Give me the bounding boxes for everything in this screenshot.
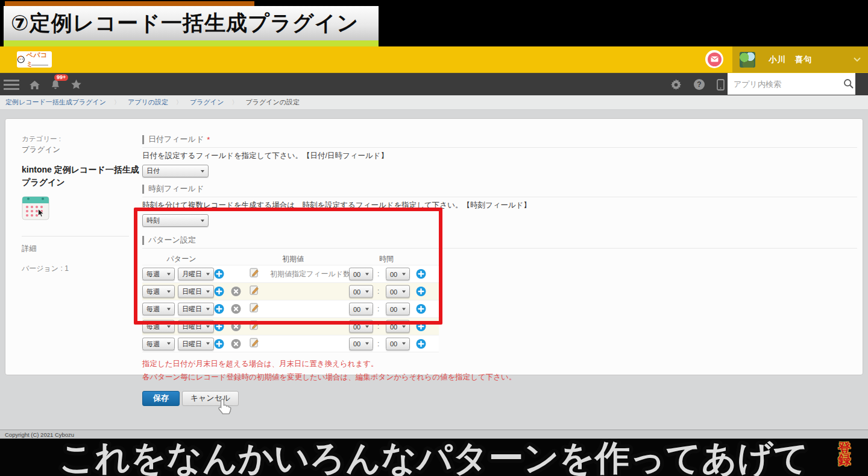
- add-time-button[interactable]: [416, 338, 426, 349]
- section-bar: [142, 185, 144, 194]
- hour-select[interactable]: 00: [349, 303, 373, 316]
- edit-initial-values-button[interactable]: [249, 302, 260, 316]
- breadcrumb-app[interactable]: 定例レコード一括生成プラグイン: [5, 98, 106, 107]
- hour-select[interactable]: 00: [349, 285, 373, 298]
- caret-down-icon: [201, 170, 204, 173]
- plugin-version: バージョン : 1: [22, 264, 140, 274]
- help-icon[interactable]: ?: [694, 79, 705, 90]
- day-select[interactable]: 日曜日: [178, 285, 214, 298]
- frequency-select[interactable]: 毎週: [142, 337, 175, 350]
- column-time: 時間: [350, 254, 423, 264]
- copyright-text: Copyright (C) 2021 Cybozu: [5, 431, 74, 438]
- notifications-bell-icon[interactable]: 99+: [50, 80, 61, 90]
- add-time-button[interactable]: [416, 322, 426, 332]
- minute-select[interactable]: 00: [386, 303, 410, 316]
- caret-down-icon: [206, 308, 210, 310]
- edit-initial-values-button[interactable]: [249, 285, 260, 298]
- frequency-value: 毎週: [146, 287, 160, 296]
- remove-pattern-button[interactable]: [231, 304, 241, 314]
- caret-down-icon: [402, 273, 406, 275]
- minute-select[interactable]: 00: [386, 268, 410, 281]
- date-field-select[interactable]: 日付: [142, 165, 209, 177]
- divider: [142, 197, 857, 197]
- caption-band: これをなんかいろんなパターンを作ってあげて: [0, 439, 868, 476]
- add-time-button[interactable]: [416, 269, 426, 279]
- minute-select[interactable]: 00: [386, 337, 410, 350]
- remove-pattern-button[interactable]: [231, 322, 241, 332]
- cursor-arrow-icon: [38, 209, 44, 217]
- hand-cursor-icon: [217, 398, 231, 417]
- time-field-select[interactable]: 時刻: [142, 214, 209, 227]
- day-select[interactable]: 月曜日: [178, 268, 214, 281]
- day-value: 日曜日: [182, 287, 202, 296]
- add-pattern-button[interactable]: [214, 287, 224, 297]
- search-icon[interactable]: [842, 73, 855, 95]
- minute-select[interactable]: 00: [386, 285, 410, 298]
- pattern-row: 毎週 日曜日 00 : 00: [142, 300, 439, 317]
- minute-value: 00: [390, 323, 397, 330]
- add-pattern-button[interactable]: [214, 322, 224, 332]
- day-select[interactable]: 日曜日: [178, 337, 214, 350]
- time-colon: :: [377, 322, 379, 331]
- breadcrumb-app-settings[interactable]: アプリの設定: [128, 98, 168, 107]
- frequency-select[interactable]: 毎週: [142, 320, 175, 333]
- caret-down-icon: [206, 343, 210, 345]
- edit-initial-values-button[interactable]: [249, 267, 260, 281]
- caret-down-icon: [402, 325, 406, 328]
- title-underline-bar: [4, 40, 379, 46]
- detail-link[interactable]: 詳細: [22, 244, 140, 254]
- remove-pattern-button[interactable]: [231, 338, 241, 349]
- caret-down-icon: [206, 290, 210, 293]
- date-field-description: 日付を設定するフィールドを指定して下さい。【日付/日時フィールド】: [142, 151, 857, 161]
- caret-down-icon: [206, 325, 210, 328]
- chevron-down-icon: [854, 57, 861, 62]
- gear-icon[interactable]: [670, 79, 682, 90]
- breadcrumb-plugin[interactable]: プラグイン: [190, 98, 224, 107]
- video-caption: これをなんかいろんなパターンを作ってあげて: [0, 439, 868, 476]
- add-time-button[interactable]: [416, 287, 426, 297]
- category-label: カテゴリー :: [22, 135, 140, 144]
- caret-down-icon: [167, 308, 171, 310]
- subscribe-stamp: 登 録: [831, 442, 858, 466]
- add-time-button[interactable]: [416, 304, 426, 314]
- hour-select[interactable]: 00: [349, 268, 373, 281]
- mail-icon: [708, 52, 722, 66]
- pattern-row: 毎週 日曜日 00 : 00: [142, 317, 439, 335]
- minute-value: 00: [390, 340, 397, 347]
- time-colon: :: [377, 287, 379, 296]
- hour-select[interactable]: 00: [349, 320, 373, 333]
- plugin-sidebar: カテゴリー : プラグイン kintone 定例レコード一括生成プラグイン: [22, 135, 140, 274]
- frequency-select[interactable]: 毎週: [142, 303, 175, 316]
- day-value: 日曜日: [182, 305, 202, 314]
- day-select[interactable]: 日曜日: [178, 320, 214, 333]
- add-pattern-button[interactable]: [214, 269, 224, 279]
- pattern-row: 毎週 日曜日 00 : 00: [142, 282, 439, 300]
- home-icon[interactable]: [29, 80, 40, 90]
- edit-initial-values-button[interactable]: [249, 320, 260, 333]
- mail-button[interactable]: [705, 50, 723, 68]
- hour-select[interactable]: 00: [349, 337, 373, 350]
- save-button[interactable]: 保存: [142, 391, 180, 406]
- add-pattern-button[interactable]: [214, 338, 224, 349]
- caret-down-icon: [167, 343, 171, 345]
- minute-select[interactable]: 00: [386, 320, 410, 333]
- edit-initial-values-button[interactable]: [249, 337, 260, 351]
- caret-down-icon: [365, 273, 369, 275]
- hour-value: 00: [353, 305, 360, 313]
- note-month-end: 指定した日付が月末日を超える場合は、月末日に置き換えられます。: [142, 358, 857, 371]
- frequency-select[interactable]: 毎週: [142, 268, 175, 281]
- frequency-select[interactable]: 毎週: [142, 285, 175, 298]
- remove-pattern-button[interactable]: [231, 287, 241, 297]
- minute-value: 00: [390, 288, 397, 295]
- user-menu[interactable]: 小川 喜句: [732, 46, 868, 72]
- mobile-view-icon[interactable]: [717, 79, 725, 90]
- search-input[interactable]: [728, 73, 842, 95]
- day-value: 月曜日: [182, 270, 202, 279]
- notification-badge: 99+: [54, 74, 68, 81]
- add-pattern-button[interactable]: [214, 304, 224, 314]
- day-select[interactable]: 日曜日: [178, 303, 214, 316]
- copyright-bar: Copyright (C) 2021 Cybozu: [0, 430, 868, 439]
- menu-icon[interactable]: [4, 80, 19, 90]
- favorites-star-icon[interactable]: [71, 79, 82, 90]
- caret-down-icon: [365, 308, 369, 310]
